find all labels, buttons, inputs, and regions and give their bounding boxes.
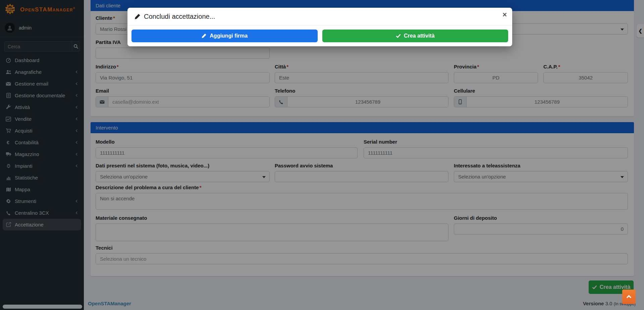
horizontal-scrollbar-thumb[interactable] <box>3 305 82 309</box>
pencil-icon <box>134 13 141 20</box>
scroll-to-top-button[interactable] <box>622 290 636 304</box>
create-activity-modal-button[interactable]: Crea attività <box>322 30 508 42</box>
check-icon <box>396 34 401 38</box>
modal-backdrop[interactable] <box>0 0 644 310</box>
conclude-acceptance-modal: Concludi accettazione... × Aggiungi firm… <box>127 8 512 46</box>
add-signature-button[interactable]: Aggiungi firma <box>131 30 318 42</box>
chevron-up-icon <box>626 295 632 299</box>
modal-title: Concludi accettazione... <box>134 13 505 20</box>
modal-body: Aggiungi firma Crea attività <box>127 25 512 46</box>
close-icon[interactable]: × <box>502 11 507 18</box>
modal-header: Concludi accettazione... × <box>127 8 512 25</box>
pencil-icon <box>201 33 207 39</box>
